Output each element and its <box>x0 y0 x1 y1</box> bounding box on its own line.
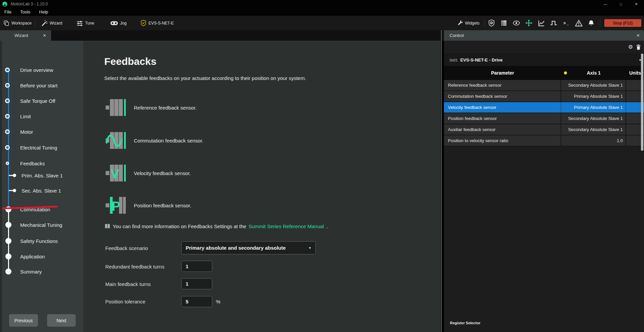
position-motor-icon: P <box>106 197 126 214</box>
scope-chart-icon[interactable] <box>536 18 547 28</box>
sidebar-item-drive-overview[interactable]: Drive overview <box>0 66 83 74</box>
sidebar-item-mechanical-tuning[interactable]: Mechanical Tuning <box>0 221 83 229</box>
row-parameter: Position feedback sensor <box>444 113 561 124</box>
step-dot-icon <box>5 238 11 244</box>
drive-selector[interactable]: 0x01 EVS-S-NET-E - Drive ▼ <box>444 54 644 66</box>
sidebar-item-summary[interactable]: Summary <box>0 267 83 276</box>
device-status-button[interactable]: EVS-S-NET-E <box>137 16 177 30</box>
sidebar-item-feedbacks[interactable]: Feedbacks <box>0 159 83 167</box>
table-row-reference-feedback[interactable]: Reference feedback sensor Secondary Abso… <box>444 80 644 91</box>
sidebar-item-sec-abs-slave-1[interactable]: Sec. Abs. Slave 1 <box>0 186 83 195</box>
table-row-position-velocity-ratio[interactable]: Position to velocity sensor ratio 1.0 <box>444 135 644 147</box>
square-wave-icon[interactable] <box>548 18 559 28</box>
next-button[interactable]: Next <box>47 314 76 327</box>
reference-manual-link[interactable]: Summit Series Reference Manual <box>249 223 324 229</box>
warning-icon[interactable] <box>573 18 584 28</box>
step-dot-icon <box>6 162 9 165</box>
jog-label: Jog <box>120 21 126 26</box>
row-parameter: Reference feedback sensor <box>444 80 561 90</box>
panel-splitter[interactable] <box>441 30 442 332</box>
menu-tools[interactable]: Tools <box>16 9 35 14</box>
page-title: Feedbacks <box>104 56 156 67</box>
menu-bar: File Tools Help <box>0 8 644 16</box>
gear-icon[interactable]: ⚙ <box>628 44 633 50</box>
tab-wizard[interactable]: Wizard ✕ <box>0 30 51 41</box>
window-controls: — □ ✕ <box>598 0 644 8</box>
info-text-prefix: You can find more information on Feedbac… <box>113 223 246 229</box>
tab-close-icon[interactable]: ✕ <box>43 33 46 38</box>
position-tolerance-input[interactable] <box>181 296 212 307</box>
table-row-position-feedback[interactable]: Position feedback sensor Secondary Absol… <box>444 113 644 124</box>
sidebar-item-safety-functions[interactable]: Safety Functions <box>0 237 83 245</box>
commutation-feedback-item: Commutation feedback sensor. <box>106 132 203 149</box>
info-text-suffix: . <box>326 223 328 229</box>
widgets-button[interactable]: Widgets <box>454 16 483 30</box>
window-title: MotionLab 3 - 1.10.0 <box>11 2 48 6</box>
svg-text:P: P <box>112 199 120 213</box>
control-close-icon[interactable]: ✕ <box>636 33 640 38</box>
sidebar-item-limit[interactable]: Limit <box>0 112 83 120</box>
sidebar-item-prim-abs-slave-1[interactable]: Prim. Abs. Slave 1 <box>0 171 83 179</box>
terminal-icon[interactable]: >_ <box>561 18 572 28</box>
row-value[interactable]: Secondary Absolute Slave 1 <box>561 113 626 124</box>
jog-button[interactable]: Jog <box>107 16 130 30</box>
control-panel-title: Control <box>450 33 464 38</box>
sensor-label: Position feedback sensor. <box>134 203 191 208</box>
row-value[interactable]: 1.0 <box>561 135 626 146</box>
reference-motor-icon <box>106 99 126 116</box>
main-feedback-turns-input[interactable] <box>181 278 212 289</box>
feedback-scenario-label: Feedback scenario <box>105 245 148 251</box>
control-toolbar: ⚙ <box>444 41 644 54</box>
table-row-commutation-feedback[interactable]: Commutation feedback sensor Primary Abso… <box>444 91 644 102</box>
register-selector-label: Register Selector <box>450 321 480 325</box>
tab-wizard-label: Wizard <box>14 33 28 38</box>
watcher-eye-icon[interactable] <box>511 18 522 28</box>
row-value[interactable]: Primary Absolute Slave 1 <box>561 91 626 101</box>
workspace-button[interactable]: Workspace <box>0 16 35 30</box>
monitoring-shield-icon[interactable] <box>486 18 497 28</box>
toolbar-right: Widgets >_ Stop (F12) <box>454 16 641 30</box>
sidebar-item-safe-torque-off[interactable]: Safe Torque Off <box>0 97 83 105</box>
sidebar-item-application[interactable]: Application <box>0 252 83 260</box>
main-feedback-turns-label: Main feedback turns <box>105 281 151 287</box>
sidebar-item-before-your-start[interactable]: Before your start <box>0 81 83 89</box>
sidebar-item-motor[interactable]: Motor <box>0 128 83 136</box>
drive-name: EVS-S-NET-E - Drive <box>460 57 503 63</box>
registers-table-icon[interactable] <box>498 18 509 28</box>
table-row-velocity-feedback[interactable]: Velocity feedback sensor Primary Absolut… <box>444 102 644 113</box>
sensor-label: Reference feedback sensor. <box>134 105 197 111</box>
close-button[interactable]: ✕ <box>629 0 644 8</box>
notifications-bell-icon[interactable] <box>585 18 597 28</box>
previous-button[interactable]: Previous <box>9 314 38 327</box>
tolerance-unit-label: % <box>216 299 220 304</box>
sidebar-edge <box>0 41 2 332</box>
toolbar-separator <box>35 19 35 27</box>
step-dot-icon <box>5 98 10 103</box>
menu-file[interactable]: File <box>0 9 16 14</box>
stop-button[interactable]: Stop (F12) <box>604 19 641 27</box>
toolbar-separator <box>600 19 600 27</box>
chevron-down-icon: ▼ <box>308 246 311 250</box>
redundant-feedback-turns-input[interactable] <box>181 261 212 272</box>
minimize-button[interactable]: — <box>598 0 613 8</box>
tune-button[interactable]: Tune <box>73 16 98 30</box>
wrench-icon <box>457 20 463 26</box>
trash-icon[interactable] <box>636 44 641 50</box>
wizard-button[interactable]: Wizard <box>38 16 66 30</box>
app-logo-icon <box>2 2 7 7</box>
row-value[interactable]: Secondary Absolute Slave 1 <box>561 80 626 90</box>
row-value[interactable]: Primary Absolute Slave 1 <box>561 102 626 113</box>
maximize-button[interactable]: □ <box>613 0 629 8</box>
row-parameter: Velocity feedback sensor <box>444 102 561 113</box>
gamepad-icon <box>110 20 118 26</box>
motion-move-icon[interactable] <box>523 18 534 28</box>
control-scrollbar[interactable] <box>641 54 643 151</box>
workspace-icon <box>3 20 9 26</box>
table-header: Parameter Axis 1 Units <box>444 66 644 80</box>
menu-help[interactable]: Help <box>35 9 52 14</box>
control-panel-header: Control ✕ <box>444 30 644 41</box>
feedback-scenario-select[interactable]: Primary absolute and secondary absolute … <box>181 241 316 254</box>
table-row-auxiliar-feedback[interactable]: Auxiliar feedback sensor Secondary Absol… <box>444 124 644 135</box>
sidebar-item-electrical-tuning[interactable]: Electrical Tuning <box>0 143 83 152</box>
row-value[interactable]: Secondary Absolute Slave 1 <box>561 124 626 135</box>
